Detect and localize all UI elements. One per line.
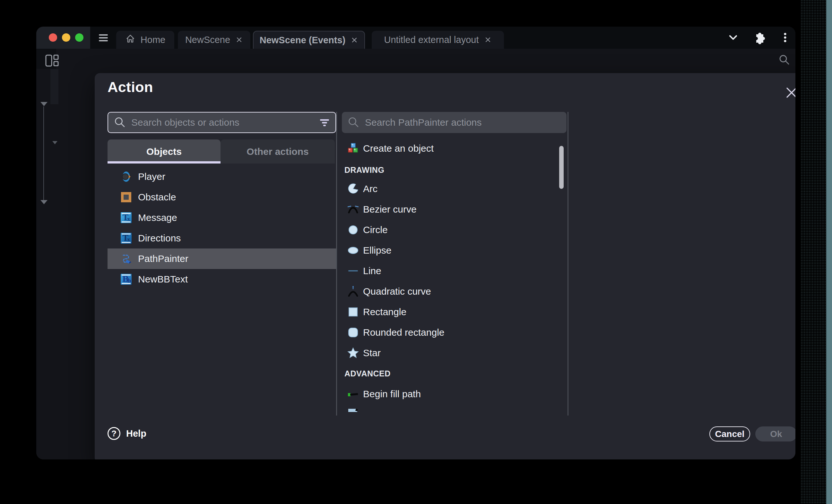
create-object-icon: [347, 143, 359, 154]
object-item-pathpainter[interactable]: PathPainter: [107, 249, 336, 269]
action-item-label: Rounded rectangle: [363, 327, 445, 338]
action-item-quadratic-curve[interactable]: Quadratic curve: [342, 281, 565, 302]
help-label: Help: [126, 428, 146, 439]
close-tab-icon[interactable]: [235, 36, 243, 44]
action-item-circle[interactable]: Circle: [342, 220, 565, 240]
object-item-label: Message: [138, 212, 177, 223]
close-tab-icon[interactable]: [484, 36, 492, 44]
action-item-bezier-curve[interactable]: Bezier curve: [342, 199, 565, 220]
close-dialog-icon[interactable]: [783, 85, 796, 101]
rectangle-icon: [347, 306, 359, 318]
object-item-player[interactable]: Player: [107, 166, 336, 187]
filter-icon[interactable]: [319, 117, 330, 128]
pathpainter-object-icon: [120, 253, 132, 264]
bezier-curve-icon: [347, 203, 359, 215]
tab-label: Untitled external layout: [384, 35, 479, 45]
svg-text:b: b: [127, 278, 131, 284]
app-window: Home NewScene NewScene (Events) Untitled…: [36, 27, 796, 459]
events-search-icon[interactable]: [778, 54, 790, 66]
zoom-window-button[interactable]: [75, 33, 83, 42]
object-item-directions[interactable]: T x Directions: [107, 228, 336, 249]
object-item-label: Obstacle: [138, 192, 176, 203]
action-item-line[interactable]: Line: [342, 261, 565, 281]
obstacle-object-icon: [120, 191, 132, 203]
section-header-advanced: ADVANCED: [342, 363, 565, 384]
action-item-label: Ellipse: [363, 245, 391, 256]
help-button[interactable]: ? Help: [107, 427, 146, 440]
svg-text:x: x: [127, 216, 130, 222]
object-search-box: [107, 112, 336, 133]
quadratic-curve-icon: [347, 286, 359, 297]
wallpaper-strip: [826, 0, 832, 504]
home-icon: [125, 34, 135, 46]
action-item-arc[interactable]: Arc: [342, 178, 565, 199]
tab-other-actions[interactable]: Other actions: [220, 139, 335, 164]
kebab-menu-icon[interactable]: [779, 31, 791, 44]
object-search-input[interactable]: [131, 117, 319, 128]
star-icon: [347, 347, 359, 359]
action-search-box: [342, 112, 567, 133]
tab-newscene-events[interactable]: NewScene (Events): [253, 31, 365, 49]
action-item-begin-fill-path[interactable]: Begin fill path: [342, 384, 565, 404]
search-icon: [347, 116, 360, 129]
action-item-label: Begin fill path: [363, 389, 421, 399]
action-search-input[interactable]: [364, 117, 567, 128]
object-item-label: NewBBText: [138, 274, 188, 285]
object-item-label: Player: [138, 171, 165, 182]
action-item-partial[interactable]: [342, 404, 565, 416]
object-item-label: PathPainter: [138, 253, 188, 264]
action-item-rectangle[interactable]: Rectangle: [342, 302, 565, 322]
object-item-message[interactable]: T x Message: [107, 207, 336, 228]
tab-home[interactable]: Home: [116, 31, 174, 49]
tab-label: NewScene (Events): [260, 35, 346, 46]
svg-text:x: x: [127, 236, 130, 242]
object-item-newbbtext[interactable]: B b NewBBText: [107, 269, 336, 289]
object-list: Player Obstacle: [107, 166, 336, 289]
clipped-action-icon: [347, 409, 359, 416]
scrollbar-track[interactable]: [568, 112, 569, 416]
action-item-label: Arc: [363, 184, 378, 194]
active-tab-underline: [107, 161, 220, 164]
tree-expander-small-icon[interactable]: [52, 141, 57, 144]
line-icon: [347, 265, 359, 277]
arc-icon: [347, 183, 359, 195]
player-object-icon: [120, 171, 132, 183]
tab-label: Home: [140, 35, 165, 45]
ok-button[interactable]: Ok: [755, 426, 796, 442]
object-item-obstacle[interactable]: Obstacle: [107, 187, 336, 207]
tab-label: NewScene: [185, 35, 230, 45]
tab-untitled-external-layout[interactable]: Untitled external layout: [372, 31, 504, 49]
begin-fill-path-icon: [347, 388, 359, 400]
tree-guide-line: [43, 107, 44, 200]
action-item-rounded-rectangle[interactable]: Rounded rectangle: [342, 322, 565, 343]
desktop-background: Home NewScene NewScene (Events) Untitled…: [0, 0, 832, 504]
extensions-puzzle-icon[interactable]: [752, 31, 764, 44]
action-item-label: Create an object: [363, 143, 434, 154]
action-item-label: Rectangle: [363, 307, 406, 317]
tree-expander-icon[interactable]: [41, 102, 48, 106]
tab-newscene[interactable]: NewScene: [178, 31, 250, 49]
minimize-window-button[interactable]: [62, 33, 70, 42]
cancel-button[interactable]: Cancel: [709, 426, 750, 442]
ellipse-icon: [347, 245, 359, 256]
action-item-ellipse[interactable]: Ellipse: [342, 240, 565, 261]
chevron-down-icon[interactable]: [727, 31, 739, 44]
rounded-rectangle-icon: [347, 327, 359, 338]
close-tab-icon[interactable]: [350, 36, 358, 44]
object-item-label: Directions: [138, 233, 181, 244]
tab-bar: Home NewScene NewScene (Events) Untitled…: [36, 27, 796, 49]
text-object-icon: T x: [120, 232, 132, 244]
close-window-button[interactable]: [49, 33, 57, 42]
action-item-label: Line: [363, 265, 381, 276]
events-column: [50, 69, 58, 104]
action-item-star[interactable]: Star: [342, 343, 565, 363]
tree-expander-icon[interactable]: [41, 200, 48, 204]
tab-objects[interactable]: Objects: [107, 139, 220, 164]
action-item-label: Quadratic curve: [363, 286, 431, 297]
window-controls: [36, 27, 90, 49]
layout-grid-icon[interactable]: [45, 55, 59, 67]
action-dialog: Action: [95, 73, 796, 459]
menu-icon[interactable]: [98, 33, 108, 43]
tab-label: Other actions: [246, 146, 309, 157]
action-item-create-object[interactable]: Create an object: [342, 138, 565, 159]
